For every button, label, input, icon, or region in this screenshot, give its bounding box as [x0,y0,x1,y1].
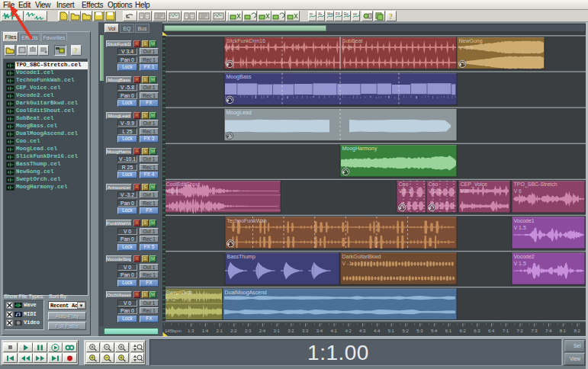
svg-text:SlickFunkDrm16: SlickFunkDrm16 [227,38,265,43]
svg-text:1:4: 1:4 [202,329,209,333]
svg-text:6:4: 6:4 [488,329,495,333]
svg-text:NewGong: NewGong [459,38,483,44]
svg-text:5:3: 5:3 [416,329,423,333]
svg-text:TPO_SBC-Stretch: TPO_SBC-Stretch [514,181,557,188]
svg-text:2:3: 2:3 [245,329,252,333]
svg-text:V 2.1: V 2.1 [429,188,441,194]
svg-text:4:4: 4:4 [374,329,381,333]
svg-text:CoolEditShout: CoolEditShout [166,181,201,187]
svg-text:DarkGuitarBkwd: DarkGuitarBkwd [342,254,381,259]
svg-text:Vocode2: Vocode2 [514,254,535,259]
svg-text:MoogHarmony: MoogHarmony [342,146,378,152]
svg-text:6:3: 6:3 [474,329,480,333]
svg-text:2:1: 2:1 [217,329,223,333]
svg-text:5:2: 5:2 [402,329,409,333]
svg-text:2:2: 2:2 [230,329,237,333]
svg-text:V 2.6: V 2.6 [227,45,239,50]
svg-text:6:1: 6:1 [445,329,452,333]
svg-text:2:4: 2:4 [259,329,266,333]
svg-text:TechnoFunkWah: TechnoFunkWah [227,218,267,223]
svg-text:3:2: 3:2 [288,329,294,333]
svg-text:8:1: 8:1 [560,329,567,333]
svg-text:Vocode1: Vocode1 [514,218,535,223]
svg-text:8:2: 8:2 [574,329,581,333]
svg-text:V 1.5: V 1.5 [514,261,526,266]
svg-text:CEP_Voice: CEP_Voice [461,181,488,188]
svg-text:V -2: V -2 [166,297,176,302]
svg-text:145bpm: 145bpm [165,329,182,333]
svg-text:DualMoogAscend: DualMoogAscend [225,290,267,296]
svg-text:SubBeat: SubBeat [342,38,363,43]
svg-text:V -1: V -1 [342,261,352,266]
svg-text:4:2: 4:2 [345,329,352,333]
svg-text:V 6: V 6 [514,188,522,194]
svg-text:MoogLead: MoogLead [227,110,252,116]
svg-text:SweptOrch: SweptOrch [166,290,193,296]
svg-text:V -9: V -9 [342,45,352,50]
svg-text:7:2: 7:2 [517,329,524,333]
svg-text:7:3: 7:3 [531,329,538,333]
svg-text:6:2: 6:2 [459,329,466,333]
svg-text:Coo: Coo [399,181,409,187]
svg-text:3:1: 3:1 [274,329,281,333]
svg-text:3:3: 3:3 [302,329,309,333]
svg-text:5:4: 5:4 [431,329,438,333]
svg-text:4:3: 4:3 [359,329,366,333]
svg-text:5:1: 5:1 [388,329,395,333]
svg-text:V 6.8: V 6.8 [166,188,178,194]
svg-text:MoogBass: MoogBass [227,74,252,80]
svg-text:7:4: 7:4 [545,329,552,333]
svg-text:V 8: V 8 [461,188,469,194]
svg-text:BassThump: BassThump [227,254,255,260]
svg-text:Coo: Coo [429,181,439,187]
svg-text:V 1.5: V 1.5 [514,225,526,230]
svg-text:1:3: 1:3 [188,329,194,333]
svg-text:4:1: 4:1 [331,329,338,333]
svg-text:V 2.1: V 2.1 [399,188,411,194]
svg-text:7:1: 7:1 [503,329,509,333]
svg-text:3:4: 3:4 [316,329,323,333]
svg-text:V -9.9: V -9.9 [459,45,474,50]
